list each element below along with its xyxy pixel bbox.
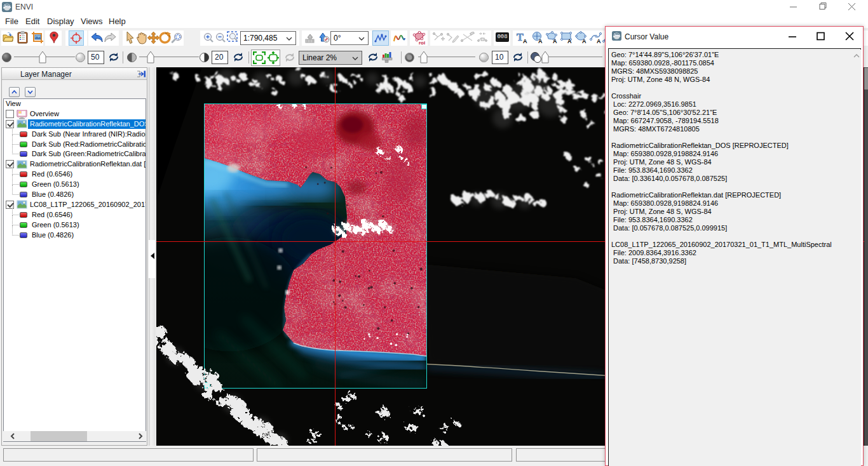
svg-text:A: A [538, 38, 543, 44]
svg-text:A: A [523, 38, 527, 44]
svg-text:A: A [553, 38, 557, 44]
svg-text:A: A [582, 38, 587, 44]
svg-text:A: A [567, 38, 572, 44]
svg-text:roi: roi [419, 40, 425, 45]
svg-text:A: A [597, 38, 601, 44]
